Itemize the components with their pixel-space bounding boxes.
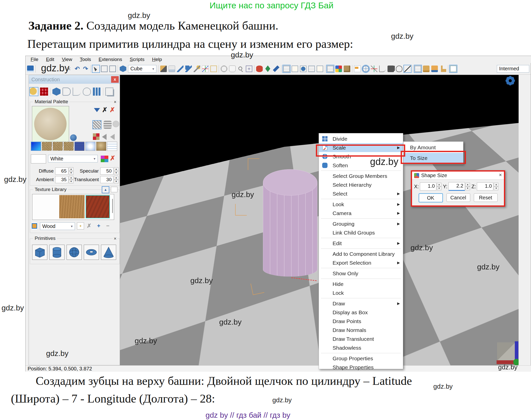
select-add-icon[interactable] xyxy=(109,66,116,72)
redo-icon[interactable]: ↷ xyxy=(82,66,89,72)
context-menu-item[interactable]: Camera ▶ xyxy=(319,209,403,218)
shape-select[interactable]: Cube▾ xyxy=(128,65,156,73)
texture-item-wood[interactable] xyxy=(59,195,85,218)
bone-icon[interactable] xyxy=(73,88,81,96)
eraser-icon[interactable] xyxy=(431,66,438,72)
refresh-folder-icon[interactable] xyxy=(31,222,38,229)
mirror-both-icon[interactable] xyxy=(110,134,115,140)
context-menu-item[interactable]: Draw ▶ xyxy=(319,299,403,308)
list-icon[interactable] xyxy=(354,66,361,72)
context-menu-item[interactable]: Draw Points xyxy=(319,317,403,326)
orientation-cube[interactable] xyxy=(497,342,515,361)
context-menu-item[interactable]: Select Hierarchy xyxy=(319,180,403,189)
cylinder-top-face[interactable] xyxy=(263,169,317,196)
spinner[interactable]: ▲▼ xyxy=(437,183,441,190)
context-menu-item[interactable]: Select ▶ xyxy=(319,189,403,198)
select-cursor-icon[interactable] xyxy=(93,66,99,72)
context-menu-item[interactable]: Lock xyxy=(319,288,403,297)
add-page-icon[interactable]: + xyxy=(77,222,84,229)
textured-cube-icon[interactable] xyxy=(344,66,350,72)
camera-view-icon[interactable] xyxy=(292,66,298,72)
texture-tab-sphere[interactable] xyxy=(96,142,106,151)
menu-item[interactable]: Scripts xyxy=(127,56,148,63)
fill-icon[interactable] xyxy=(169,66,175,72)
minus-icon[interactable]: − xyxy=(104,222,111,229)
pen-icon[interactable] xyxy=(177,66,183,72)
close-icon[interactable]: × xyxy=(113,236,117,241)
context-menu-item[interactable]: Show Only xyxy=(319,269,403,278)
submenu-item[interactable]: To Size xyxy=(403,153,463,163)
texture-mode-icon[interactable] xyxy=(93,121,101,129)
dialog-button[interactable]: Reset xyxy=(474,193,498,202)
context-menu-item[interactable]: Shadowless xyxy=(319,343,403,352)
camera-view-icon[interactable] xyxy=(283,66,290,72)
primitive-cube[interactable] xyxy=(32,245,47,260)
spinner[interactable]: ▲▼ xyxy=(114,167,118,175)
diffuse-value[interactable]: 65 xyxy=(55,167,68,175)
vehicle-icon[interactable] xyxy=(423,66,430,72)
dialog-button[interactable]: Cancel xyxy=(446,193,470,202)
context-menu-item[interactable]: Link Child Groups xyxy=(319,228,403,237)
color-swatch[interactable] xyxy=(31,154,46,163)
standard-views-icon[interactable] xyxy=(327,66,334,72)
eye-icon[interactable] xyxy=(256,66,263,72)
ambient-value[interactable]: 35 xyxy=(55,176,68,183)
palette-icon[interactable] xyxy=(30,88,38,96)
color-select[interactable]: White▾ xyxy=(48,155,98,162)
scrollbar[interactable] xyxy=(112,199,113,213)
undo-icon[interactable]: ↶ xyxy=(74,66,80,72)
color-grid-icon[interactable] xyxy=(101,156,108,162)
light-icon[interactable] xyxy=(396,66,402,72)
pattern-view-icon[interactable] xyxy=(308,66,315,72)
context-menu-item[interactable]: Hide xyxy=(319,280,403,288)
copy-icon[interactable] xyxy=(105,88,113,96)
shape-cube-icon[interactable] xyxy=(120,66,126,72)
texture-item-selected[interactable] xyxy=(86,195,110,218)
context-menu-item[interactable]: Group Properties xyxy=(319,354,403,363)
orbit-icon[interactable] xyxy=(221,66,227,72)
texture-item-blank[interactable] xyxy=(33,195,58,218)
texture-tab-gradient[interactable] xyxy=(31,142,41,151)
mirror-left-icon[interactable] xyxy=(102,134,107,140)
delete-all-icon[interactable]: ✗ xyxy=(110,107,115,113)
display-mode-icon[interactable] xyxy=(450,66,457,72)
spinner[interactable]: ▲▼ xyxy=(465,183,470,190)
wireframe-sphere-icon[interactable] xyxy=(362,66,369,72)
tag-icon[interactable] xyxy=(63,88,71,96)
menu-item[interactable]: Edit xyxy=(43,56,57,63)
render-mode-select[interactable]: Intermed xyxy=(497,65,529,73)
texture-tab-speckle[interactable] xyxy=(64,142,74,151)
cube-icon[interactable] xyxy=(52,88,60,96)
pan-hand-icon[interactable] xyxy=(229,66,236,72)
camera-icon[interactable] xyxy=(387,66,394,72)
primitive-cylinder[interactable] xyxy=(49,245,65,260)
translucent-value[interactable]: 30 xyxy=(100,176,113,183)
color-cube-icon[interactable] xyxy=(335,66,342,72)
compass-icon[interactable] xyxy=(273,66,279,72)
primitive-cone[interactable] xyxy=(101,245,116,260)
fit-view-icon[interactable] xyxy=(246,66,252,72)
close-icon[interactable]: × xyxy=(113,99,117,105)
blank-view-icon[interactable] xyxy=(317,66,323,72)
primitive-torus[interactable] xyxy=(84,245,99,260)
spinner[interactable]: ▲▼ xyxy=(69,167,73,175)
axis-star-icon[interactable] xyxy=(371,66,377,72)
preview-window-icon[interactable] xyxy=(111,187,117,192)
texture-tab-glow[interactable] xyxy=(85,142,95,151)
collapse-icon[interactable]: ▲ xyxy=(102,186,109,193)
texture-category-select[interactable]: Wood▾ xyxy=(40,222,75,230)
specular-value[interactable]: 50 xyxy=(100,167,113,175)
texture-thumb-icon[interactable] xyxy=(93,133,99,140)
dialog-button[interactable]: OK xyxy=(419,193,443,202)
menu-item[interactable]: View xyxy=(59,56,75,63)
save-icon[interactable] xyxy=(27,66,34,72)
texture-tab-grid[interactable] xyxy=(74,142,85,151)
menu-item[interactable]: Help xyxy=(149,56,165,63)
close-icon[interactable]: × xyxy=(499,172,502,178)
context-menu-item[interactable]: Edit ▶ xyxy=(319,239,403,248)
context-menu-item[interactable]: Scale ▶ xyxy=(319,143,403,152)
texture-tab-speckle[interactable] xyxy=(53,142,63,151)
context-menu-item[interactable]: Add to Component Library xyxy=(319,249,403,258)
context-menu-item[interactable]: Draw Normals xyxy=(319,326,403,334)
gear-icon[interactable] xyxy=(506,77,514,85)
